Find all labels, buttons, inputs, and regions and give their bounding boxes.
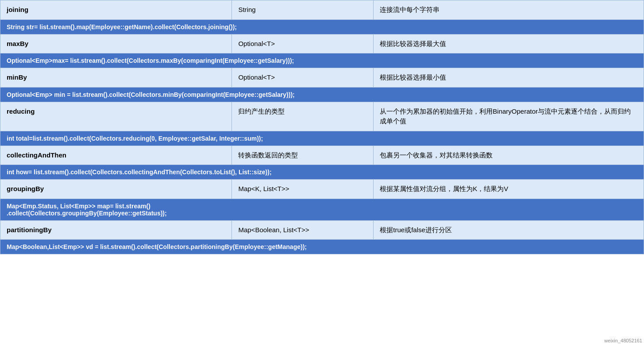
- code-cell-1: String str= list.stream().map(Employee::…: [0, 19, 644, 34]
- cell-text-0-1: String: [238, 6, 255, 13]
- cell-text-8-2: 包裹另一个收集器，对其结果转换函数: [380, 151, 493, 159]
- cell-text-12-2: 根据true或false进行分区: [380, 226, 452, 234]
- data-cell-10-2: 根据某属性值对流分组，属性为K，结果为V: [374, 180, 644, 199]
- data-cell-2-2: 根据比较器选择最大值: [374, 34, 644, 54]
- data-cell-4-2: 根据比较器选择最小值: [374, 68, 644, 88]
- code-text-1: String str= list.stream().map(Employee::…: [7, 23, 237, 31]
- data-cell-0-2: 连接流中每个字符串: [374, 0, 644, 20]
- data-cell-4-1: Optional<T>: [232, 68, 374, 88]
- data-cell-12-0: partitioningBy: [0, 220, 232, 240]
- cell-text-10-1: Map<K, List<T>>: [238, 185, 289, 192]
- cell-text-12-0: partitioningBy: [7, 226, 52, 234]
- cell-text-4-1: Optional<T>: [238, 73, 275, 81]
- data-cell-8-0: collectingAndThen: [0, 146, 232, 165]
- data-cell-4-0: minBy: [0, 68, 232, 88]
- data-cell-12-2: 根据true或false进行分区: [374, 220, 644, 240]
- cell-text-0-0: joining: [7, 6, 28, 13]
- code-cell-11: Map<Emp.Status, List<Emp>> map= list.str…: [0, 199, 644, 220]
- code-cell-9: int how= list.stream().collect(Collector…: [0, 165, 644, 180]
- cell-text-2-0: maxBy: [7, 40, 28, 47]
- code-line-11-0: Map<Emp.Status, List<Emp>> map= list.str…: [7, 203, 150, 210]
- data-cell-8-2: 包裹另一个收集器，对其结果转换函数: [374, 146, 644, 165]
- cell-text-6-0: reducing: [7, 107, 35, 115]
- cell-text-4-0: minBy: [7, 73, 27, 81]
- cell-text-10-2: 根据某属性值对流分组，属性为K，结果为V: [380, 185, 508, 192]
- data-cell-10-0: groupingBy: [0, 180, 232, 199]
- main-table-container: joiningString连接流中每个字符串String str= list.s…: [0, 0, 644, 254]
- code-cell-5: Optional<Emp> min = list.stream().collec…: [0, 87, 644, 102]
- cell-text-6-2: 从一个作为累加器的初始值开始，利用BinaryOperator与流中元素逐个结合…: [380, 107, 631, 125]
- cell-text-10-0: groupingBy: [7, 185, 44, 192]
- cell-text-8-0: collectingAndThen: [7, 151, 66, 159]
- data-cell-6-0: reducing: [0, 102, 232, 131]
- collectors-table: joiningString连接流中每个字符串String str= list.s…: [0, 0, 644, 254]
- code-cell-3: Optional<Emp>max= list.stream().collect(…: [0, 54, 644, 68]
- data-cell-6-2: 从一个作为累加器的初始值开始，利用BinaryOperator与流中元素逐个结合…: [374, 102, 644, 131]
- code-text-13: Map<Boolean,List<Emp>> vd = list.stream(…: [7, 243, 307, 250]
- data-cell-2-1: Optional<T>: [232, 34, 374, 54]
- code-line-11-1: .collect(Collectors.groupingBy(Employee:…: [7, 210, 167, 217]
- code-text-3: Optional<Emp>max= list.stream().collect(…: [7, 57, 294, 64]
- data-cell-10-1: Map<K, List<T>>: [232, 180, 374, 199]
- cell-text-0-2: 连接流中每个字符串: [380, 6, 440, 13]
- data-cell-0-1: String: [232, 0, 374, 20]
- data-cell-6-1: 归约产生的类型: [232, 102, 374, 131]
- code-text-7: int total=list.stream().collect(Collecto…: [7, 135, 263, 142]
- cell-text-6-1: 归约产生的类型: [238, 107, 285, 115]
- data-cell-12-1: Map<Boolean, List<T>>: [232, 220, 374, 240]
- data-cell-8-1: 转换函数返回的类型: [232, 146, 374, 165]
- cell-text-2-2: 根据比较器选择最大值: [380, 40, 446, 47]
- data-cell-2-0: maxBy: [0, 34, 232, 54]
- code-text-5: Optional<Emp> min = list.stream().collec…: [7, 91, 295, 98]
- cell-text-2-1: Optional<T>: [238, 40, 275, 47]
- code-text-9: int how= list.stream().collect(Collector…: [7, 169, 272, 176]
- data-cell-0-0: joining: [0, 0, 232, 20]
- cell-text-4-2: 根据比较器选择最小值: [380, 73, 446, 81]
- code-cell-13: Map<Boolean,List<Emp>> vd = list.stream(…: [0, 240, 644, 254]
- cell-text-12-1: Map<Boolean, List<T>>: [238, 226, 309, 234]
- watermark: weixin_48052161: [604, 338, 642, 343]
- code-cell-7: int total=list.stream().collect(Collecto…: [0, 131, 644, 146]
- cell-text-8-1: 转换函数返回的类型: [238, 151, 298, 159]
